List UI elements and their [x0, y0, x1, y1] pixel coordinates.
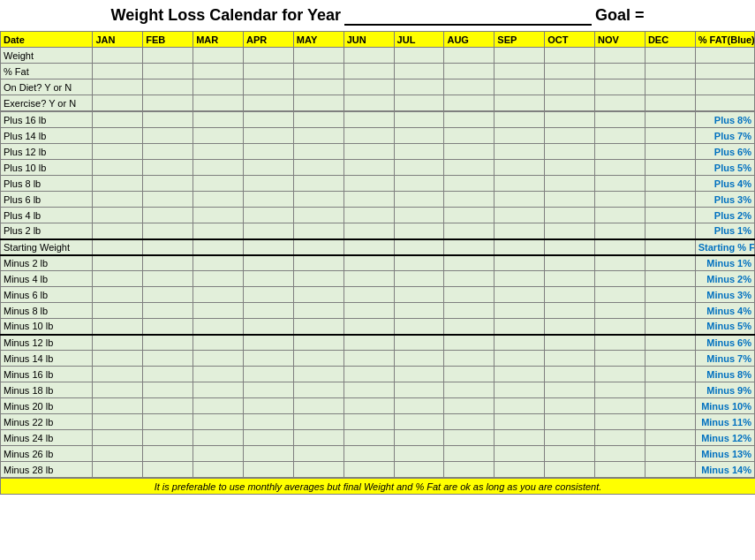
data-cell-3-11[interactable]: [645, 160, 695, 176]
data-cell-17-3[interactable]: [244, 382, 294, 398]
data-cell-16-9[interactable]: [545, 367, 595, 382]
data-cell-1-10[interactable]: [595, 128, 646, 144]
fat-mar[interactable]: [193, 64, 244, 79]
data-cell-0-4[interactable]: [293, 112, 344, 128]
data-cell-13-9[interactable]: [545, 319, 595, 335]
data-cell-15-4[interactable]: [293, 351, 344, 367]
data-cell-13-6[interactable]: [394, 319, 444, 335]
data-cell-13-11[interactable]: [645, 319, 695, 335]
data-cell-3-4[interactable]: [293, 160, 344, 176]
data-cell-2-11[interactable]: [645, 144, 695, 160]
data-cell-0-0[interactable]: [93, 112, 143, 128]
data-cell-14-2[interactable]: [193, 335, 244, 351]
data-cell-13-5[interactable]: [344, 319, 394, 335]
data-cell-0-3[interactable]: [244, 112, 294, 128]
data-cell-14-8[interactable]: [495, 335, 545, 351]
exercise-nov[interactable]: [595, 95, 646, 111]
data-cell-20-5[interactable]: [344, 430, 394, 446]
data-cell-21-8[interactable]: [495, 446, 545, 462]
data-cell-10-2[interactable]: [193, 271, 244, 287]
data-cell-5-11[interactable]: [645, 192, 695, 208]
data-cell-21-7[interactable]: [444, 446, 495, 462]
data-cell-14-9[interactable]: [545, 335, 595, 351]
data-cell-1-8[interactable]: [495, 128, 545, 144]
data-cell-22-10[interactable]: [595, 462, 646, 478]
exercise-feb[interactable]: [143, 95, 193, 111]
data-cell-9-10[interactable]: [595, 255, 646, 271]
data-cell-18-5[interactable]: [344, 398, 394, 414]
data-cell-3-8[interactable]: [495, 160, 545, 176]
data-cell-14-0[interactable]: [93, 335, 143, 351]
data-cell-9-11[interactable]: [645, 255, 695, 271]
data-cell-21-11[interactable]: [645, 446, 695, 462]
data-cell-15-7[interactable]: [444, 351, 495, 367]
data-cell-19-5[interactable]: [344, 414, 394, 430]
data-cell-22-8[interactable]: [495, 462, 545, 478]
data-cell-19-11[interactable]: [645, 414, 695, 430]
data-cell-17-0[interactable]: [93, 382, 143, 398]
data-cell-11-9[interactable]: [545, 287, 595, 303]
data-cell-4-1[interactable]: [143, 176, 193, 192]
data-cell-0-10[interactable]: [595, 112, 646, 128]
data-cell-20-11[interactable]: [645, 430, 695, 446]
data-cell-11-3[interactable]: [244, 287, 294, 303]
data-cell-7-9[interactable]: [545, 223, 595, 239]
weight-dec[interactable]: [645, 48, 695, 64]
data-cell-22-0[interactable]: [93, 462, 143, 478]
data-cell-0-6[interactable]: [394, 112, 444, 128]
data-cell-3-6[interactable]: [394, 160, 444, 176]
data-cell-22-9[interactable]: [545, 462, 595, 478]
data-cell-14-4[interactable]: [293, 335, 344, 351]
data-cell-8-1[interactable]: [143, 239, 193, 255]
data-cell-7-11[interactable]: [645, 223, 695, 239]
data-cell-5-4[interactable]: [293, 192, 344, 208]
data-cell-16-5[interactable]: [344, 367, 394, 382]
data-cell-22-11[interactable]: [645, 462, 695, 478]
fat-dec[interactable]: [645, 64, 695, 79]
data-cell-7-7[interactable]: [444, 223, 495, 239]
data-cell-18-7[interactable]: [444, 398, 495, 414]
data-cell-10-3[interactable]: [244, 271, 294, 287]
fat-aug[interactable]: [444, 64, 495, 79]
fat-feb[interactable]: [143, 64, 193, 79]
fat-apr[interactable]: [244, 64, 294, 79]
data-cell-20-9[interactable]: [545, 430, 595, 446]
fat-oct[interactable]: [545, 64, 595, 79]
data-cell-7-0[interactable]: [93, 223, 143, 239]
data-cell-12-7[interactable]: [444, 303, 495, 319]
exercise-aug[interactable]: [444, 95, 495, 111]
data-cell-22-2[interactable]: [193, 462, 244, 478]
data-cell-0-1[interactable]: [143, 112, 193, 128]
data-cell-12-10[interactable]: [595, 303, 646, 319]
data-cell-13-1[interactable]: [143, 319, 193, 335]
data-cell-11-0[interactable]: [93, 287, 143, 303]
data-cell-8-7[interactable]: [444, 239, 495, 255]
exercise-may[interactable]: [293, 95, 344, 111]
data-cell-2-7[interactable]: [444, 144, 495, 160]
data-cell-5-10[interactable]: [595, 192, 646, 208]
data-cell-9-2[interactable]: [193, 255, 244, 271]
data-cell-9-4[interactable]: [293, 255, 344, 271]
diet-dec[interactable]: [645, 79, 695, 95]
data-cell-12-5[interactable]: [344, 303, 394, 319]
data-cell-15-0[interactable]: [93, 351, 143, 367]
data-cell-0-8[interactable]: [495, 112, 545, 128]
data-cell-5-6[interactable]: [394, 192, 444, 208]
data-cell-6-5[interactable]: [344, 208, 394, 223]
data-cell-6-11[interactable]: [645, 208, 695, 223]
data-cell-5-9[interactable]: [545, 192, 595, 208]
data-cell-16-7[interactable]: [444, 367, 495, 382]
data-cell-9-9[interactable]: [545, 255, 595, 271]
data-cell-22-7[interactable]: [444, 462, 495, 478]
data-cell-17-11[interactable]: [645, 382, 695, 398]
data-cell-21-3[interactable]: [244, 446, 294, 462]
data-cell-19-4[interactable]: [293, 414, 344, 430]
data-cell-4-4[interactable]: [293, 176, 344, 192]
data-cell-11-6[interactable]: [394, 287, 444, 303]
data-cell-12-8[interactable]: [495, 303, 545, 319]
data-cell-19-0[interactable]: [93, 414, 143, 430]
data-cell-17-7[interactable]: [444, 382, 495, 398]
data-cell-0-2[interactable]: [193, 112, 244, 128]
data-cell-7-10[interactable]: [595, 223, 646, 239]
data-cell-7-6[interactable]: [394, 223, 444, 239]
